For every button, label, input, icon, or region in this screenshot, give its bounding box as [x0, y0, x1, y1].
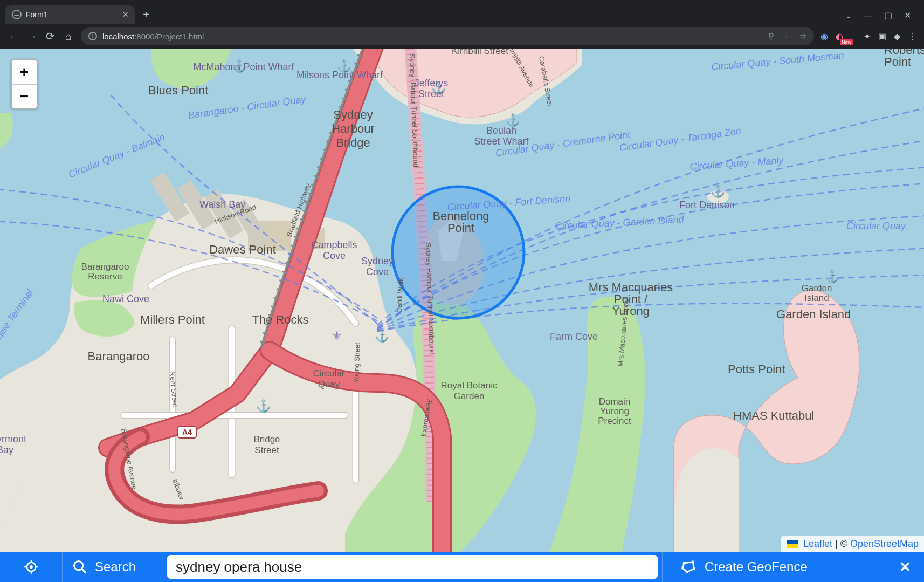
- tab-close-icon[interactable]: ×: [122, 10, 128, 19]
- side-panel-icon[interactable]: ▣: [878, 31, 886, 42]
- close-icon: ✕: [899, 559, 911, 576]
- zoom-out-button[interactable]: −: [12, 84, 37, 108]
- ukraine-flag-icon: [787, 540, 798, 548]
- maximize-icon[interactable]: ▢: [884, 10, 892, 20]
- search-icon: [72, 559, 87, 574]
- svg-point-76: [692, 560, 694, 563]
- search-button[interactable]: Search: [63, 552, 163, 582]
- svg-text:The Rocks: The Rocks: [252, 313, 308, 326]
- svg-text:BridgeStreet: BridgeStreet: [253, 434, 280, 455]
- svg-text:Circular Quay - Balmain: Circular Quay - Balmain: [67, 132, 167, 180]
- svg-text:Millers Point: Millers Point: [140, 313, 205, 326]
- svg-text:⚓: ⚓: [825, 269, 840, 284]
- new-tab-button[interactable]: +: [138, 6, 154, 23]
- bookmark-icon[interactable]: ☆: [799, 31, 806, 41]
- menu-icon[interactable]: ⋮: [908, 31, 916, 42]
- address-bar[interactable]: i localhost:8000/Project1.html ⚲ ⫘ ☆: [81, 27, 814, 45]
- svg-text:HMAS Kuttabul: HMAS Kuttabul: [733, 409, 814, 422]
- bottom-toolbar: Search Create GeoFence ✕: [0, 552, 924, 582]
- search-input[interactable]: [167, 555, 658, 579]
- polygon-icon: [681, 559, 696, 574]
- svg-point-75: [683, 562, 686, 565]
- tab-strip: Form1 × + ⌄ — ▢ ✕: [0, 0, 924, 24]
- svg-text:BeulahStreet Wharf: BeulahStreet Wharf: [474, 125, 529, 147]
- svg-text:Barangaroo - Circular Quay: Barangaroo - Circular Quay: [188, 93, 307, 121]
- location-pin-icon[interactable]: ⚲: [768, 31, 774, 41]
- svg-text:McMahons Point Wharf: McMahons Point Wharf: [193, 61, 294, 72]
- svg-text:Potts Point: Potts Point: [728, 362, 785, 376]
- map-attribution: Leaflet | © OpenStreetMap: [781, 536, 924, 552]
- svg-text:Blues Point: Blues Point: [148, 84, 208, 97]
- svg-text:Circular Quay - Taronga Zoo: Circular Quay - Taronga Zoo: [619, 126, 742, 153]
- svg-text:Barangaroo: Barangaroo: [88, 350, 150, 363]
- profile-icon[interactable]: ◆: [894, 31, 900, 42]
- svg-text:GardenIsland: GardenIsland: [802, 283, 832, 303]
- search-label: Search: [95, 559, 136, 574]
- attribution-sep: | ©: [832, 538, 850, 549]
- url-path: :8000/Project1.html: [134, 32, 204, 41]
- window-close-icon[interactable]: ✕: [904, 10, 911, 20]
- svg-point-73: [30, 565, 33, 569]
- svg-text:Circular Quay: Circular Quay: [846, 221, 906, 231]
- svg-point-79: [681, 567, 684, 570]
- tab-title: Form1: [26, 10, 47, 19]
- svg-text:Dawes Point: Dawes Point: [209, 243, 276, 256]
- toolbar-row: ← → ⟳ ⌂ i localhost:8000/Project1.html ⚲…: [0, 24, 924, 49]
- tabs-dropdown-icon[interactable]: ⌄: [845, 11, 852, 20]
- url-host: localhost: [102, 32, 134, 41]
- zoom-in-button[interactable]: +: [12, 60, 37, 84]
- svg-text:SydneyCove: SydneyCove: [361, 256, 394, 277]
- browser-tab[interactable]: Form1 ×: [5, 5, 135, 24]
- svg-text:SydneyHarbourBridge: SydneyHarbourBridge: [332, 108, 374, 149]
- svg-text:Kirribilli Street: Kirribilli Street: [452, 49, 508, 56]
- back-icon[interactable]: ←: [8, 30, 19, 43]
- svg-text:⚜: ⚜: [332, 329, 342, 343]
- share-icon[interactable]: ⫘: [783, 32, 791, 41]
- svg-text:Circular Quay - Garden Island: Circular Quay - Garden Island: [555, 214, 685, 231]
- svg-text:A4: A4: [182, 428, 192, 436]
- svg-text:Cruise Terminal: Cruise Terminal: [0, 287, 36, 349]
- svg-text:⚓: ⚓: [375, 328, 390, 343]
- extension-icon-1[interactable]: ◉: [820, 31, 828, 42]
- svg-text:Garden Island: Garden Island: [776, 307, 851, 321]
- svg-text:BarangarooReserve: BarangarooReserve: [81, 262, 129, 282]
- extensions-menu-icon[interactable]: ✦: [864, 31, 871, 42]
- browser-chrome: Form1 × + ⌄ — ▢ ✕ ← → ⟳ ⌂ i localhost:80…: [0, 0, 924, 49]
- create-geofence-label: Create GeoFence: [705, 559, 808, 574]
- osm-link[interactable]: OpenStreetMap: [850, 538, 919, 549]
- minimize-icon[interactable]: —: [864, 11, 872, 20]
- globe-icon: [12, 10, 22, 19]
- svg-text:Circular Quay - South Mosman: Circular Quay - South Mosman: [711, 50, 845, 72]
- svg-text:Nawi Cove: Nawi Cove: [102, 293, 149, 304]
- svg-point-77: [693, 567, 695, 570]
- svg-text:JefferysStreet: JefferysStreet: [415, 78, 449, 99]
- home-icon[interactable]: ⌂: [63, 30, 74, 43]
- svg-text:DomainYurongPrecinct: DomainYurongPrecinct: [598, 396, 631, 426]
- extension-badge: New: [840, 39, 853, 45]
- svg-text:Young Street: Young Street: [352, 343, 362, 384]
- leaflet-link[interactable]: Leaflet: [803, 538, 832, 549]
- map[interactable]: ⚓ ⚓ ⚓ ⚓ ⚓ ⚜ ⚓ ⚓ ⚓ Circular Quay - Balmai…: [0, 49, 924, 582]
- svg-text:⚓: ⚓: [256, 399, 271, 413]
- zoom-control: + −: [11, 59, 38, 109]
- svg-text:Fort Denison: Fort Denison: [679, 200, 735, 210]
- locate-button[interactable]: [0, 552, 63, 582]
- reload-icon[interactable]: ⟳: [44, 30, 56, 43]
- svg-text:Farm Cove: Farm Cove: [550, 331, 598, 342]
- extensions: ◉ ◐New ✦ ▣ ◆ ⋮: [820, 31, 916, 42]
- window-controls: ⌄ — ▢ ✕: [845, 10, 919, 24]
- crosshair-icon: [24, 559, 39, 574]
- svg-text:RobertsPoint: RobertsPoint: [884, 49, 924, 69]
- svg-text:⚓: ⚓: [711, 184, 726, 198]
- forward-icon: →: [26, 30, 38, 43]
- extension-icon-2[interactable]: ◐New: [836, 31, 856, 42]
- site-info-icon[interactable]: i: [88, 32, 97, 40]
- svg-text:Cahill Walk: Cahill Walk: [395, 278, 404, 313]
- svg-point-78: [686, 571, 688, 573]
- toolbar-close-button[interactable]: ✕: [886, 552, 924, 582]
- create-geofence-button[interactable]: Create GeoFence: [662, 552, 886, 582]
- svg-text:Milsons Point Wharf: Milsons Point Wharf: [296, 70, 383, 80]
